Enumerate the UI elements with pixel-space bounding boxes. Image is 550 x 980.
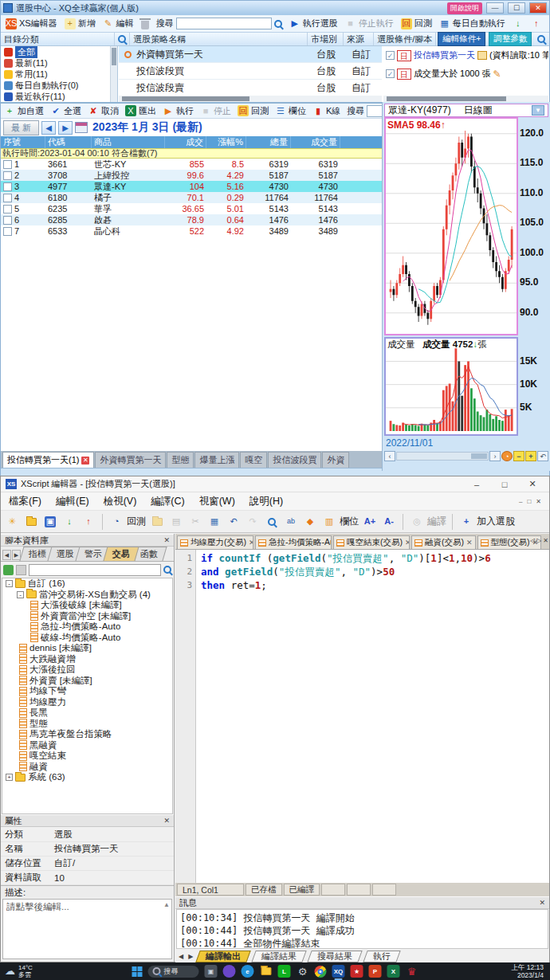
tabs-left-arrow[interactable]: ◁ [530, 537, 535, 544]
row-checkbox[interactable] [3, 194, 12, 202]
volume-chart-pane[interactable] [384, 337, 518, 436]
tree-folder[interactable]: +系統 (63) [2, 772, 172, 783]
tree-script[interactable]: 外資賣 [未編譯] [2, 676, 172, 687]
task-view-icon[interactable]: ▣ [205, 965, 218, 978]
condition-row[interactable]: ✓日投信轉買第一天(資料讀取:10 筆)✎ [383, 46, 548, 65]
open-icon[interactable] [23, 514, 39, 530]
row-checkbox[interactable] [3, 160, 12, 169]
run-button[interactable]: ▶執行 [159, 103, 197, 119]
sidebar-item-最近執行(11)[interactable]: 最近執行(11) [1, 91, 117, 102]
tree-script[interactable]: dennis [未編譯] [2, 643, 172, 654]
col-header-成交量[interactable]: 成交量 [291, 136, 340, 148]
period-badge[interactable]: 日 [397, 50, 411, 61]
tree-script[interactable]: 嘎空結束 [2, 751, 172, 762]
editor-tab[interactable]: 融資(交易)✕ [411, 535, 476, 549]
menu-視窗(W)[interactable]: 視窗(W) [199, 495, 235, 508]
row-checkbox[interactable] [3, 205, 12, 214]
weather-widget[interactable]: ☁ 14°C 多雲 [0, 964, 33, 979]
table-row[interactable]: 13661世芯-KY8558.563196319 [1, 159, 382, 170]
script-filter-icon[interactable] [3, 565, 14, 575]
condition-row[interactable]: ✓日成交量大於 1000 張✎ [383, 65, 548, 83]
app-purple-icon[interactable] [223, 965, 236, 978]
row-checkbox[interactable] [3, 216, 12, 225]
maximize-button[interactable]: ☐ [508, 2, 525, 14]
col-header-成交[interactable]: 成交 [165, 136, 206, 148]
export-button[interactable]: ↑ [528, 16, 545, 32]
kline-button[interactable]: ▮K線 [309, 103, 344, 119]
output-tab-編譯結果[interactable]: 編譯結果 [252, 951, 307, 962]
table-row[interactable]: 46180橘子70.10.291176411764 [1, 192, 382, 203]
tabs-left-arrow[interactable]: ◀ [2, 550, 11, 560]
save-icon[interactable]: ▣ [42, 514, 58, 530]
tree-script[interactable]: 馬克羊夜盤台指策略 [2, 729, 172, 740]
strategy-row[interactable]: 投信波段買台股自訂 [119, 63, 382, 80]
zoom-icon-right[interactable] [533, 33, 549, 45]
mdi-minimize[interactable]: – [519, 498, 522, 505]
reset-button[interactable]: ↶ [537, 451, 548, 461]
menu-檔案(F)[interactable]: 檔案(F) [9, 495, 41, 508]
description-box[interactable]: 請點擊後編輯... ▲ [2, 899, 172, 959]
latest-button[interactable]: 最 新 [3, 120, 39, 135]
new-script-icon[interactable]: ✳ [4, 514, 20, 530]
run-selection-button[interactable]: ▶執行選股 [286, 16, 341, 32]
row-checkbox[interactable] [3, 182, 12, 191]
sidebar-item-常用(11)[interactable]: 常用(11) [1, 69, 117, 80]
add-watchlist-button[interactable]: +加自選 [1, 103, 47, 119]
tree-script[interactable]: 大漲後破線 [未編譯] [2, 600, 172, 611]
adjust-param-button[interactable]: 調整參數 [489, 32, 532, 46]
scroll-track[interactable] [396, 452, 489, 461]
menu-編譯(C)[interactable]: 編譯(C) [151, 495, 184, 508]
row-checkbox[interactable] [3, 227, 12, 236]
add-to-selection-button[interactable]: +加入選股 [458, 514, 515, 530]
close-icon[interactable]: ✕ [163, 817, 170, 825]
stop-run-button[interactable]: ■停止執行 [342, 16, 397, 32]
condition-hscrollbar[interactable] [383, 96, 548, 102]
delete-button[interactable] [138, 16, 152, 32]
expand-icon[interactable]: + [6, 774, 13, 781]
powerpoint-icon[interactable]: P [369, 965, 382, 978]
edit-strategy-button[interactable]: ✎編輯 [100, 16, 137, 32]
close-tab-icon[interactable]: ✕ [405, 539, 410, 547]
chevron-down-icon[interactable]: ▼ [532, 105, 544, 116]
replace-icon[interactable]: ab [283, 514, 299, 530]
strategy-row[interactable]: 外資轉買第一天台股自訂 [119, 46, 382, 63]
scroll-up-icon[interactable]: ▲ [163, 901, 170, 908]
minimize-button[interactable]: — [486, 2, 504, 14]
editor-tab[interactable]: 急拉-均價策略-Auto(...✕ [255, 535, 332, 549]
paste-icon[interactable]: ▦ [206, 514, 222, 530]
menu-編輯(E)[interactable]: 編輯(E) [56, 495, 89, 508]
zoom-out-button[interactable]: − [513, 451, 524, 461]
select-all-button[interactable]: ✔全選 [47, 103, 84, 119]
col-header-代碼[interactable]: 代碼 [45, 136, 92, 148]
edge-icon[interactable]: e [242, 965, 254, 978]
edit-pencil-icon[interactable]: ✎ [493, 69, 501, 80]
cut-icon[interactable]: ✂ [187, 514, 203, 530]
backtest-button[interactable]: ◔回測 [108, 514, 146, 530]
export-excel-button[interactable]: X匯出 [122, 103, 159, 119]
find-icon[interactable] [264, 514, 280, 530]
result-tab[interactable]: 型態 [167, 452, 194, 468]
output-tab-搜尋結果[interactable]: 搜尋結果 [308, 951, 363, 962]
col-header-漲幅%[interactable]: 漲幅% [206, 136, 246, 148]
sidebar-item-全部[interactable]: 全部 [1, 46, 117, 57]
col-header-總量[interactable]: 總量 [246, 136, 291, 148]
tabs-right-arrow[interactable]: ▷ [536, 537, 541, 544]
mdi-restore[interactable]: □ [527, 498, 531, 505]
font-increase-button[interactable]: A+ [362, 514, 378, 530]
tree-script[interactable]: 均線壓力 [2, 697, 172, 708]
menu-說明(H)[interactable]: 說明(H) [249, 495, 283, 508]
xs-editor-button[interactable]: XSXS編輯器 [2, 16, 61, 32]
calendar-icon[interactable] [75, 122, 88, 133]
output-tab-執行[interactable]: 執行 [363, 951, 401, 962]
table-row[interactable]: 34977眾達-KY1045.1647304730 [1, 181, 382, 192]
output-right-arrow[interactable]: ▶ [188, 953, 193, 960]
source-header[interactable]: 來源 [344, 33, 374, 45]
sidebar-item-最新(11)[interactable]: 最新(11) [1, 57, 117, 69]
tree-scrollbar[interactable] [110, 46, 117, 102]
zoom-in-button[interactable]: + [525, 451, 536, 461]
close-tab-icon[interactable]: ✕ [249, 539, 253, 547]
result-tab[interactable]: 外資轉買第一天 [95, 452, 166, 468]
excel-icon[interactable]: X [387, 965, 400, 978]
columns-button[interactable]: ☰欄位 [272, 103, 309, 119]
menu-檢視(V)[interactable]: 檢視(V) [104, 495, 137, 508]
